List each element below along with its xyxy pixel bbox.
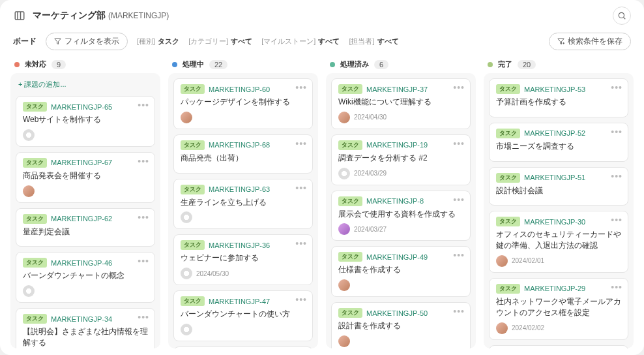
card-id-link[interactable]: MARKETINGJP-63 <box>209 185 270 193</box>
kanban-card[interactable]: •••タスクMARKETINGJP-67商品発表会を開催する <box>16 152 155 203</box>
column-body[interactable]: + 課題の追加...•••タスクMARKETINGJP-65Webサイトを制作す… <box>10 73 160 348</box>
card-menu-button[interactable]: ••• <box>611 283 622 292</box>
kanban-card[interactable]: •••タスクMARKETINGJP-64マニュアルを作成する <box>173 347 313 348</box>
column-title: 処理済み <box>340 59 369 69</box>
card-menu-button[interactable]: ••• <box>611 83 622 92</box>
card-menu-button[interactable]: ••• <box>453 83 465 92</box>
card-type-tag: タスク <box>23 258 47 268</box>
assignee-avatar[interactable] <box>338 223 350 235</box>
card-menu-button[interactable]: ••• <box>295 83 307 92</box>
card-id-link[interactable]: MARKETINGJP-8 <box>366 197 424 205</box>
kanban-card[interactable]: •••タスクMARKETINGJP-63生産ラインを立ち上げる <box>173 179 313 230</box>
card-type-tag: タスク <box>338 308 362 318</box>
kanban-card[interactable]: •••タスクMARKETINGJP-37Wiki機能について理解する2024/0… <box>331 78 471 129</box>
assignee-avatar[interactable] <box>23 285 35 297</box>
search-button[interactable] <box>613 7 631 25</box>
card-id-link[interactable]: MARKETINGJP-68 <box>209 141 270 149</box>
assignee-avatar[interactable] <box>496 322 508 334</box>
kanban-card[interactable]: •••タスクMARKETINGJP-36ウェビナーに参加する2024/05/30 <box>173 234 313 285</box>
card-id-link[interactable]: MARKETINGJP-49 <box>366 253 428 261</box>
assignee-avatar[interactable] <box>338 168 350 179</box>
kanban-card[interactable]: •••タスクMARKETINGJP-29社内ネットワークや電子メールアカウントの… <box>489 278 628 340</box>
kanban-card[interactable]: •••タスクMARKETINGJP-30オフィスのセキュリティーカードや鍵の準備… <box>489 211 628 273</box>
assignee-avatar[interactable] <box>23 185 35 197</box>
card-menu-button[interactable]: ••• <box>453 139 465 148</box>
card-id-link[interactable]: MARKETINGJP-47 <box>209 298 270 305</box>
kanban-card[interactable]: •••タスクMARKETINGJP-53予算計画を作成する <box>489 78 628 117</box>
column-body[interactable]: •••タスクMARKETINGJP-60パッケージデザインを制作する•••タスク… <box>168 73 318 348</box>
filter-category[interactable]: [カテゴリー] すべて <box>188 37 252 46</box>
assignee-avatar[interactable] <box>338 112 350 123</box>
card-id-link[interactable]: MARKETINGJP-67 <box>51 159 112 166</box>
card-menu-button[interactable]: ••• <box>138 100 149 110</box>
card-id-link[interactable]: MARKETINGJP-52 <box>524 129 585 137</box>
card-menu-button[interactable]: ••• <box>611 215 622 224</box>
card-title: Webサイトを制作する <box>23 114 148 125</box>
card-menu-button[interactable]: ••• <box>453 307 465 316</box>
card-header: タスクMARKETINGJP-68 <box>181 140 306 150</box>
kanban-card[interactable]: •••タスクMARKETINGJP-52市場ニーズを調査する <box>489 123 628 162</box>
kanban-card[interactable]: •••タスクMARKETINGJP-68商品発売（出荷） <box>173 134 313 174</box>
save-search-label: 検索条件を保存 <box>568 36 622 47</box>
kanban-card[interactable]: •••タスクMARKETINGJP-65Webサイトを制作する <box>16 96 155 147</box>
filter-type[interactable]: [種別] タスク <box>137 37 179 46</box>
card-id-link[interactable]: MARKETINGJP-50 <box>366 309 428 317</box>
card-menu-button[interactable]: ••• <box>295 239 307 248</box>
kanban-card[interactable]: •••タスクMARKETINGJP-51設計検討会議 <box>489 167 628 206</box>
card-menu-button[interactable]: ••• <box>295 183 307 193</box>
kanban-card[interactable]: •••タスクMARKETINGJP-19調査データを分析する #22024/03… <box>331 134 471 185</box>
column-body[interactable]: •••タスクMARKETINGJP-53予算計画を作成する•••タスクMARKE… <box>484 73 634 348</box>
filter-show-button[interactable]: フィルタを表示 <box>46 33 128 50</box>
card-menu-button[interactable]: ••• <box>138 157 149 166</box>
kanban-card[interactable]: •••タスクMARKETINGJP-60パッケージデザインを制作する <box>173 78 313 129</box>
kanban-card[interactable]: •••タスクMARKETINGJP-49仕様書を作成する <box>331 246 471 297</box>
column-body[interactable]: •••タスクMARKETINGJP-37Wiki機能について理解する2024/0… <box>326 73 476 348</box>
card-id-link[interactable]: MARKETINGJP-34 <box>51 315 112 323</box>
card-id-link[interactable]: MARKETINGJP-37 <box>366 85 428 93</box>
card-id-link[interactable]: MARKETINGJP-60 <box>209 85 270 93</box>
kanban-card[interactable]: •••タスクMARKETINGJP-28業務に必要なアカウント発行 <box>489 345 628 348</box>
card-id-link[interactable]: MARKETINGJP-36 <box>209 241 270 249</box>
save-search-button[interactable]: 検索条件を保存 <box>549 33 631 50</box>
card-id-link[interactable]: MARKETINGJP-19 <box>366 141 428 149</box>
card-type-tag: タスク <box>496 173 520 183</box>
kanban-card[interactable]: •••タスクMARKETINGJP-34【説明会】さまざまな社内情報を理解する2… <box>16 308 155 348</box>
card-menu-button[interactable]: ••• <box>453 195 465 204</box>
project-title: マーケティング部 (MARKETINGJP) <box>33 10 169 22</box>
card-menu-button[interactable]: ••• <box>138 256 149 266</box>
card-menu-button[interactable]: ••• <box>138 213 149 222</box>
kanban-card[interactable]: •••タスクMARKETINGJP-50設計書を作成する <box>331 302 471 348</box>
filter-milestone[interactable]: [マイルストーン] すべて <box>261 37 340 46</box>
card-menu-button[interactable]: ••• <box>295 139 307 148</box>
card-footer <box>338 279 463 291</box>
assignee-avatar[interactable] <box>338 279 350 291</box>
assignee-avatar[interactable] <box>23 129 35 141</box>
card-menu-button[interactable]: ••• <box>611 172 622 181</box>
app-window: マーケティング部 (MARKETINGJP) ボード フィルタを表示 [種別] … <box>0 0 644 355</box>
card-id-link[interactable]: MARKETINGJP-65 <box>51 103 112 111</box>
card-menu-button[interactable]: ••• <box>611 127 622 136</box>
card-footer <box>23 285 148 297</box>
card-id-link[interactable]: MARKETINGJP-29 <box>524 285 585 292</box>
kanban-card[interactable]: •••タスクMARKETINGJP-62量産判定会議 <box>16 208 155 247</box>
kanban-card[interactable]: •••タスクMARKETINGJP-46バーンダウンチャートの概念 <box>16 252 155 303</box>
assignee-avatar[interactable] <box>338 335 350 347</box>
assignee-avatar[interactable] <box>181 268 192 279</box>
card-id-link[interactable]: MARKETINGJP-30 <box>524 218 585 226</box>
card-menu-button[interactable]: ••• <box>453 251 465 260</box>
card-menu-button[interactable]: ••• <box>138 313 149 322</box>
assignee-avatar[interactable] <box>496 255 508 267</box>
assignee-avatar[interactable] <box>181 324 192 335</box>
assignee-avatar[interactable] <box>181 211 192 223</box>
card-id-link[interactable]: MARKETINGJP-53 <box>524 85 585 93</box>
card-id-link[interactable]: MARKETINGJP-46 <box>51 259 112 267</box>
card-menu-button[interactable]: ••• <box>295 295 307 304</box>
filter-assignee[interactable]: [担当者] すべて <box>349 37 398 46</box>
card-due-date: 2024/04/30 <box>354 114 387 121</box>
card-id-link[interactable]: MARKETINGJP-62 <box>51 215 112 223</box>
assignee-avatar[interactable] <box>181 112 192 123</box>
card-id-link[interactable]: MARKETINGJP-51 <box>524 174 585 181</box>
kanban-card[interactable]: •••タスクMARKETINGJP-47バーンダウンチャートの使い方 <box>173 290 313 341</box>
kanban-card[interactable]: •••タスクMARKETINGJP-8展示会で使用する資料を作成する2024/0… <box>331 191 471 241</box>
add-card-button[interactable]: + 課題の追加... <box>16 78 155 91</box>
